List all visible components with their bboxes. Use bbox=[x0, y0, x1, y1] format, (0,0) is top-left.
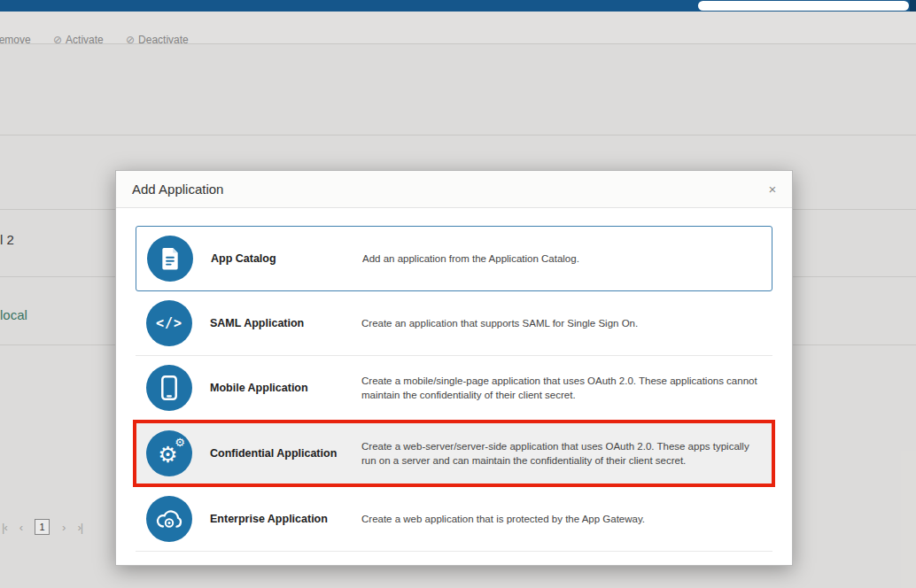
option-confidential-application[interactable]: ⚙⚙ Confidential Application Create a web… bbox=[133, 420, 775, 487]
option-description: Add an application from the Application … bbox=[362, 251, 761, 266]
close-icon[interactable]: × bbox=[764, 181, 781, 198]
option-title: App Catalog bbox=[193, 252, 362, 265]
add-application-modal: Add Application × App Catalog Add an app… bbox=[115, 170, 793, 566]
code-icon: </> bbox=[146, 300, 192, 346]
option-title: SAML Application bbox=[192, 317, 361, 329]
option-title: Enterprise Application bbox=[192, 513, 361, 525]
option-description: Create a web application that is protect… bbox=[361, 512, 762, 526]
option-description: Create a web-server/server-side applicat… bbox=[361, 439, 762, 468]
search-input[interactable] bbox=[698, 1, 909, 11]
option-mobile-application[interactable]: Mobile Application Create a mobile/singl… bbox=[136, 355, 772, 420]
option-title: Mobile Application bbox=[192, 382, 361, 394]
topbar-corner-button[interactable] bbox=[910, 0, 916, 12]
gear-icon: ⚙⚙ bbox=[146, 430, 192, 476]
modal-options: App Catalog Add an application from the … bbox=[116, 208, 792, 564]
document-icon bbox=[147, 236, 193, 282]
top-navbar bbox=[0, 0, 916, 12]
mobile-icon bbox=[146, 365, 192, 411]
modal-title: Add Application bbox=[132, 171, 223, 208]
option-saml-application[interactable]: </> SAML Application Create an applicati… bbox=[136, 291, 772, 355]
cloud-gear-icon bbox=[146, 496, 192, 542]
modal-header: Add Application × bbox=[116, 171, 792, 208]
option-description: Create a mobile/single-page application … bbox=[361, 374, 762, 402]
option-description: Create an application that supports SAML… bbox=[361, 316, 762, 330]
option-app-catalog[interactable]: App Catalog Add an application from the … bbox=[136, 226, 772, 291]
option-title: Confidential Application bbox=[192, 447, 361, 460]
option-enterprise-application[interactable]: Enterprise Application Create a web appl… bbox=[136, 487, 772, 552]
